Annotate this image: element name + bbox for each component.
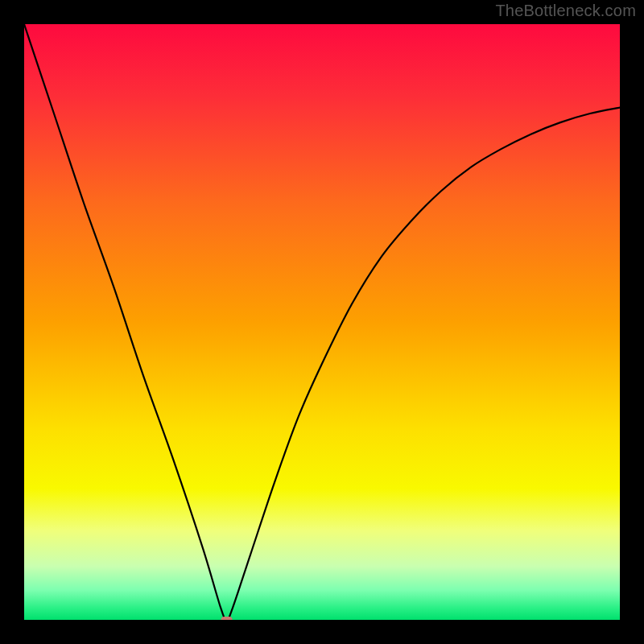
plot-area	[24, 24, 620, 620]
chart-svg	[24, 24, 620, 620]
minimum-marker	[221, 617, 233, 620]
watermark-text: TheBottleneck.com	[495, 2, 636, 20]
chart-frame: TheBottleneck.com	[0, 0, 644, 644]
gradient-background	[24, 24, 620, 620]
